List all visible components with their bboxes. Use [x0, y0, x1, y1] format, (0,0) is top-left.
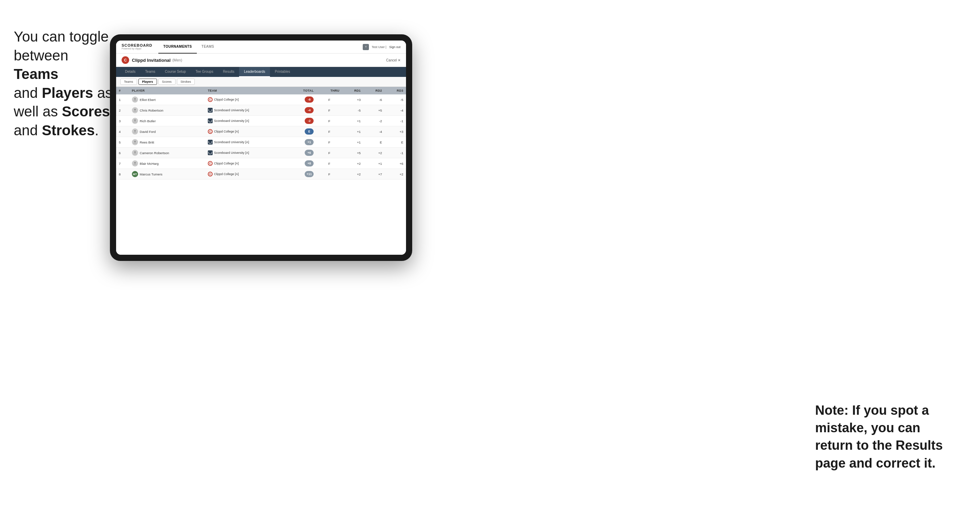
cell-player: MTMarcus Turners — [129, 169, 205, 179]
cell-rank: 7 — [116, 158, 129, 169]
clippd-logo: C — [208, 97, 213, 102]
player-name: Cameron Robertson — [140, 151, 169, 155]
right-annotation: Note: If you spot a mistake, you can ret… — [815, 402, 959, 472]
clippd-logo: C — [208, 129, 213, 134]
scoreboard-logo — [208, 140, 213, 144]
tournament-title: Clippd Invitational — [132, 58, 171, 63]
cell-player: Cameron Robertson — [129, 148, 205, 158]
col-rank: # — [116, 87, 129, 94]
score-badge: +1 — [305, 139, 313, 145]
cell-team: CClippd College [A] — [205, 94, 288, 105]
col-rd3: RD3 — [385, 87, 406, 94]
cell-player: Rees Britt — [129, 137, 205, 148]
scoreboard-logo — [208, 108, 213, 113]
cell-player: Blair McHarg — [129, 158, 205, 169]
nav-teams[interactable]: TEAMS — [197, 41, 219, 54]
cell-team: Scoreboard University [A] — [205, 137, 288, 148]
table-row: 3Rich ButlerScoreboard University [A]-2F… — [116, 116, 406, 126]
cell-rd1: +3 — [342, 94, 363, 105]
tab-results[interactable]: Results — [218, 67, 239, 77]
cell-rd3: -5 — [385, 94, 406, 105]
sub-tab-teams[interactable]: Teams — [120, 79, 137, 85]
cell-rd2: +7 — [363, 169, 385, 179]
cell-rd2: +5 — [363, 105, 385, 116]
tournament-header: C Clippd Invitational (Men) Cancel ✕ — [116, 54, 406, 67]
player-name: David Ford — [140, 130, 156, 133]
tab-leaderboards[interactable]: Leaderboards — [239, 67, 270, 77]
player-name: Rees Britt — [140, 140, 154, 144]
cell-rd3: +2 — [385, 169, 406, 179]
cell-total: -2 — [288, 116, 317, 126]
col-thru: THRU — [317, 87, 342, 94]
cell-rd1: -5 — [342, 105, 363, 116]
player-avatar — [132, 160, 138, 167]
player-name: Blair McHarg — [140, 162, 159, 165]
cell-thru: F — [317, 158, 342, 169]
cell-rd2: +1 — [363, 158, 385, 169]
col-rd2: RD2 — [363, 87, 385, 94]
cell-player: Elliot Ebert — [129, 94, 205, 105]
cell-thru: F — [317, 126, 342, 137]
cell-team: Scoreboard University [A] — [205, 116, 288, 126]
cell-total: -4 — [288, 105, 317, 116]
player-name: Chris Robertson — [140, 108, 164, 112]
cell-team: Scoreboard University [A] — [205, 105, 288, 116]
cancel-button[interactable]: Cancel ✕ — [386, 58, 401, 62]
team-name: Scoreboard University [A] — [214, 140, 249, 144]
tablet-device: SCOREBOARD Powered by clippd TOURNAMENTS… — [110, 34, 412, 261]
clippd-logo: C — [208, 171, 213, 176]
cell-thru: F — [317, 148, 342, 158]
cell-rank: 8 — [116, 169, 129, 179]
score-badge: -4 — [305, 107, 313, 113]
tab-printables[interactable]: Printables — [270, 67, 295, 77]
svg-point-2 — [134, 109, 136, 111]
cell-rd3: +6 — [385, 158, 406, 169]
col-total: TOTAL — [288, 87, 317, 94]
cell-rd2: -2 — [363, 116, 385, 126]
cell-thru: F — [317, 137, 342, 148]
cell-rd2: E — [363, 137, 385, 148]
cell-thru: F — [317, 105, 342, 116]
table-row: 8MTMarcus TurnersCClippd College [A]+11F… — [116, 169, 406, 179]
tab-details[interactable]: Details — [120, 67, 140, 77]
score-badge: -2 — [305, 118, 313, 124]
strokes-bold: Strokes — [42, 122, 95, 138]
tab-tee-groups[interactable]: Tee Groups — [191, 67, 218, 77]
sub-tab-scores[interactable]: Scores — [158, 79, 175, 85]
sub-tab-strokes[interactable]: Strokes — [177, 79, 195, 85]
col-rd1: RD1 — [342, 87, 363, 94]
cell-team: CClippd College [A] — [205, 169, 288, 179]
clippd-logo: C — [208, 161, 213, 166]
tablet-screen: SCOREBOARD Powered by clippd TOURNAMENTS… — [116, 41, 406, 255]
cell-rank: 5 — [116, 137, 129, 148]
cell-total: +11 — [288, 169, 317, 179]
leaderboard-table: # PLAYER TEAM TOTAL THRU RD1 RD2 RD3 1El… — [116, 87, 406, 255]
team-name: Scoreboard University [A] — [214, 151, 249, 154]
cell-rd3: E — [385, 137, 406, 148]
user-label: Test User | — [372, 45, 387, 49]
cell-rank: 2 — [116, 105, 129, 116]
tab-course-setup[interactable]: Course Setup — [160, 67, 191, 77]
sub-tab-players[interactable]: Players — [138, 79, 157, 85]
player-avatar — [132, 118, 138, 124]
tab-teams[interactable]: Teams — [140, 67, 160, 77]
col-team: TEAM — [205, 87, 288, 94]
cell-rank: 1 — [116, 94, 129, 105]
scoreboard-logo — [208, 150, 213, 155]
cell-rd3: -4 — [385, 105, 406, 116]
cell-rd2: -6 — [363, 94, 385, 105]
cell-rd2: -4 — [363, 126, 385, 137]
team-name: Clippd College [A] — [214, 162, 239, 165]
cell-team: CClippd College [A] — [205, 158, 288, 169]
table-row: 6Cameron RobertsonScoreboard University … — [116, 148, 406, 158]
tournament-icon: C — [122, 56, 129, 64]
svg-point-3 — [134, 119, 136, 121]
cell-total: +1 — [288, 137, 317, 148]
sign-out-link[interactable]: Sign out — [389, 45, 401, 49]
players-table: # PLAYER TEAM TOTAL THRU RD1 RD2 RD3 1El… — [116, 87, 406, 179]
nav-tournaments[interactable]: TOURNAMENTS — [158, 41, 196, 54]
score-badge: -8 — [305, 97, 313, 103]
team-name: Clippd College [A] — [214, 172, 239, 176]
cell-rd3: -1 — [385, 148, 406, 158]
players-bold: Players — [42, 85, 93, 101]
